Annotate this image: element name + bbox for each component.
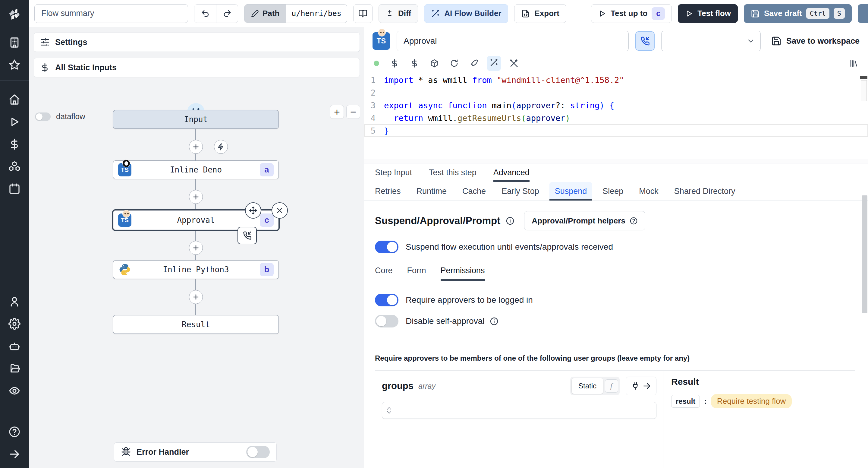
zoom-out-button[interactable]: − [346,105,360,119]
script-version-select[interactable] [661,31,761,51]
all-static-inputs-row[interactable]: All Static Inputs [34,58,360,77]
dataflow-label: dataflow [56,112,85,121]
star-icon[interactable] [8,59,21,71]
path-button[interactable]: Path [244,4,286,23]
diff-button[interactable]: Diff [378,4,418,23]
subtab-suspend[interactable]: Suspend [550,182,592,201]
arrow-right-icon [642,381,651,390]
tab-test-this-step[interactable]: Test this step [429,164,476,182]
code-line[interactable]: 1import * as wmill from "windmill-client… [364,74,868,86]
tab-permissions[interactable]: Permissions [441,266,485,281]
tab-advanced[interactable]: Advanced [493,164,530,182]
test-flow-button[interactable]: Test flow [678,4,738,23]
docs-button[interactable] [353,4,373,23]
wand-off-icon[interactable] [509,59,518,68]
subtab-retries[interactable]: Retries [375,182,401,201]
flow-node-result[interactable]: Result [113,315,279,334]
flow-settings-row[interactable]: Settings [34,33,360,52]
flow-summary-input[interactable] [34,4,188,23]
add-step-button[interactable] [189,190,203,204]
disable-self-approval-toggle[interactable] [375,315,398,327]
zoom-in-button[interactable]: + [330,105,344,119]
code-line[interactable]: 4 return wmill.getResumeUrls(approver) [364,112,868,124]
error-handler-toggle[interactable] [246,446,270,458]
result-value-chip[interactable]: Require testing flow [711,394,792,408]
subtab-sleep[interactable]: Sleep [602,182,623,201]
approval-trigger-button[interactable] [635,31,655,51]
user-icon[interactable] [8,295,21,308]
code-editor[interactable]: 1import * as wmill from "windmill-client… [364,72,868,159]
step-tabs: Step Input Test this step Advanced [364,164,868,182]
tab-core[interactable]: Core [375,266,393,281]
javascript-mode-button[interactable]: ƒ [605,379,618,392]
groups-array-input[interactable] [382,402,656,419]
code-line[interactable]: 5} [364,124,868,137]
dataflow-toggle[interactable] [35,113,51,121]
panel-splitter[interactable] [364,159,868,164]
resources-icon[interactable] [8,160,21,173]
deploy-button-partial[interactable] [858,4,868,23]
reload-icon[interactable] [450,59,459,68]
panel-scrollbar-thumb[interactable] [862,196,867,313]
code-line[interactable]: 3export async function main(approver?: s… [364,99,868,112]
resource-picker-icon[interactable] [410,59,419,68]
folders-icon[interactable] [8,362,21,375]
move-step-button[interactable] [245,202,261,218]
expand-icon[interactable] [8,448,21,460]
approval-prompt-helpers-button[interactable]: Approval/Prompt helpers [524,211,645,230]
add-trigger-button[interactable] [214,140,228,154]
connect-input-button[interactable] [626,377,656,395]
ai-assistant-toggle-on[interactable] [487,56,501,71]
undo-button[interactable] [194,4,216,23]
info-icon[interactable] [506,216,515,225]
subtab-early-stop[interactable]: Early Stop [501,182,539,201]
schedules-icon[interactable] [8,183,21,195]
delete-step-button[interactable] [272,202,288,218]
subtab-mock[interactable]: Mock [639,182,658,201]
subtab-cache[interactable]: Cache [462,182,486,201]
flow-node-input[interactable]: Input [113,110,279,129]
require-login-toggle[interactable] [375,294,398,306]
save-to-workspace-button[interactable]: Save to workspace [771,36,860,46]
redo-button[interactable] [216,4,238,23]
approval-phone-chip[interactable] [238,227,257,244]
subtab-runtime[interactable]: Runtime [416,182,447,201]
save-draft-button[interactable]: Save draft Ctrl S [744,4,852,23]
help-icon[interactable] [8,426,21,438]
audit-logs-icon[interactable] [8,385,21,397]
variables-icon[interactable] [8,138,21,150]
export-button[interactable]: Export [514,4,566,23]
format-icon[interactable] [470,59,478,68]
runs-icon[interactable] [8,116,21,128]
step-name-input[interactable] [397,31,629,51]
code-line[interactable]: 2 [364,86,868,99]
package-icon[interactable] [430,59,439,68]
tab-form[interactable]: Form [407,266,426,281]
ai-flow-builder-button[interactable]: AI Flow Builder [424,4,508,23]
result-key-chip[interactable]: result [671,395,700,408]
variable-picker-icon[interactable] [390,59,399,68]
test-up-to-button[interactable]: Test up to c [591,4,672,23]
add-step-button[interactable] [189,140,203,154]
home-icon[interactable] [8,93,21,106]
flow-graph-panel: Settings All Static Inputs dataflow + − … [29,27,364,468]
editor-scroll-thumb[interactable] [861,80,867,101]
static-mode-button[interactable]: Static [572,378,603,394]
flow-node-inline-deno[interactable]: TS Inline Deno a [113,160,279,179]
add-step-button[interactable] [189,241,203,255]
info-icon[interactable] [490,317,498,326]
add-step-button[interactable] [189,290,203,304]
error-handler-row[interactable]: Error Handler [114,442,277,462]
library-icon[interactable] [849,59,858,68]
suspend-toggle[interactable] [375,241,398,253]
editor-scrollbar[interactable] [859,72,868,159]
flow-node-inline-python3[interactable]: Inline Python3 b [113,260,279,279]
path-editor[interactable]: Path u/henri/bes [244,4,347,23]
path-value[interactable]: u/henri/bes [286,4,347,23]
building-icon[interactable] [8,36,21,49]
windmill-logo-icon[interactable] [7,7,22,22]
subtab-shared-directory[interactable]: Shared Directory [674,182,735,201]
settings-icon[interactable] [8,318,21,330]
workers-icon[interactable] [8,340,21,352]
tab-step-input[interactable]: Step Input [375,164,412,182]
